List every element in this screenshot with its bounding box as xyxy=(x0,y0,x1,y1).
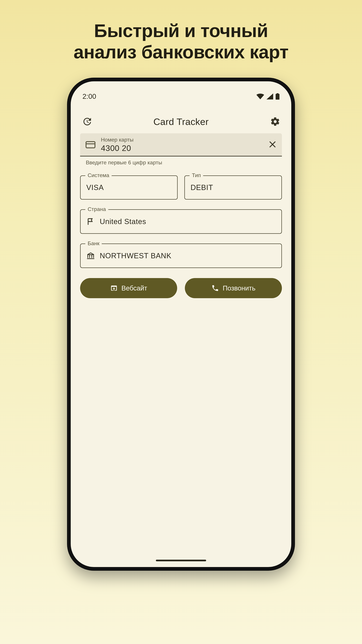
call-button[interactable]: Позвонить xyxy=(185,278,282,298)
headline-line-1: Быстрый и точный xyxy=(0,20,362,42)
history-icon xyxy=(82,116,92,126)
history-button[interactable] xyxy=(80,115,93,128)
card-number-input[interactable]: Номер карты 4300 20 xyxy=(80,133,282,156)
type-value: DEBIT xyxy=(191,183,213,192)
card-number-value: 4300 20 xyxy=(101,144,263,153)
content-area: Номер карты 4300 20 Введите первые 6 циф… xyxy=(71,133,291,298)
system-value: VISA xyxy=(86,183,104,192)
headline-line-2: анализ банковских карт xyxy=(0,42,362,63)
country-label: Страна xyxy=(85,206,108,212)
system-field: Система VISA xyxy=(80,176,178,200)
card-number-label: Номер карты xyxy=(101,137,263,143)
status-icons xyxy=(256,93,280,100)
type-label: Тип xyxy=(190,172,203,178)
app-bar: Card Tracker xyxy=(71,105,291,133)
website-button-label: Вебсайт xyxy=(121,284,147,292)
card-number-helper: Введите первые 6 цифр карты xyxy=(80,156,282,166)
gear-icon xyxy=(270,116,280,126)
credit-card-icon xyxy=(85,139,96,150)
flag-icon xyxy=(86,217,95,226)
home-indicator[interactable] xyxy=(156,560,206,561)
country-value: United States xyxy=(100,217,146,226)
phone-frame: 2:00 Card Tracker Номер карты 4300 20 Вв… xyxy=(67,78,295,571)
phone-icon xyxy=(211,284,219,292)
bank-label: Банк xyxy=(85,240,102,246)
close-icon xyxy=(268,140,277,149)
bank-field: Банк NORTHWEST BANK xyxy=(80,244,282,268)
status-bar: 2:00 xyxy=(71,81,291,105)
marketing-headline: Быстрый и точный анализ банковских карт xyxy=(0,0,362,62)
cellular-icon xyxy=(267,94,273,100)
settings-button[interactable] xyxy=(269,115,282,128)
app-title: Card Tracker xyxy=(153,116,209,127)
system-label: Система xyxy=(85,172,112,178)
website-button[interactable]: Вебсайт xyxy=(80,278,177,298)
bank-value: NORTHWEST BANK xyxy=(100,252,171,260)
bank-icon xyxy=(86,252,95,260)
svg-rect-0 xyxy=(86,142,95,148)
wifi-icon xyxy=(256,94,264,100)
call-button-label: Позвонить xyxy=(223,284,256,292)
type-field: Тип DEBIT xyxy=(184,176,282,200)
country-field: Страна United States xyxy=(80,209,282,234)
clear-input-button[interactable] xyxy=(268,140,277,150)
status-time: 2:00 xyxy=(82,92,96,100)
battery-icon xyxy=(276,93,280,100)
open-in-browser-icon xyxy=(110,284,118,292)
